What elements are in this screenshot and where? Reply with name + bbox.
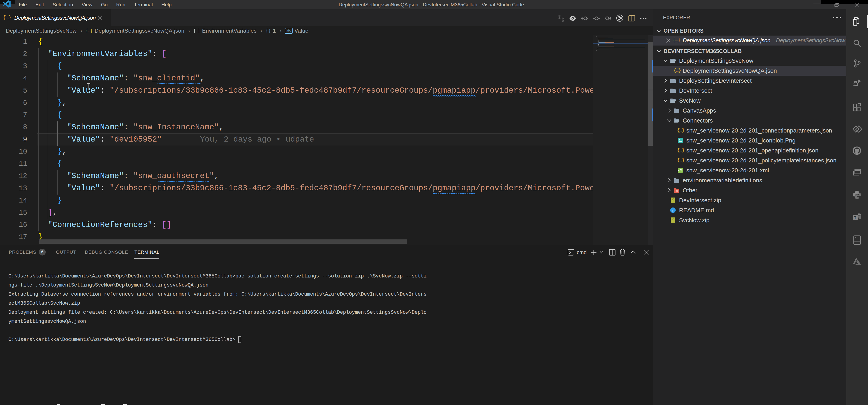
- svg-text:T: T: [854, 215, 856, 220]
